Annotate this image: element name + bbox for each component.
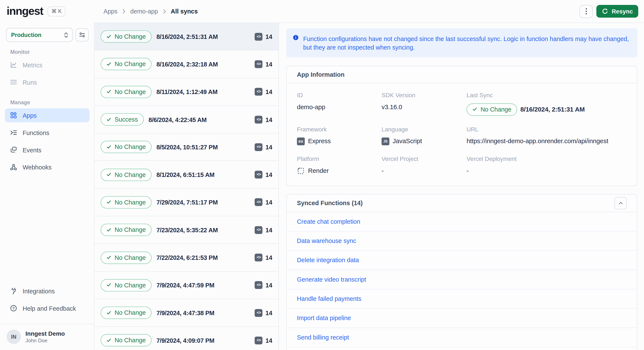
sync-list-item[interactable]: No Change 7/29/2024, 7:51:17 PM <>14: [94, 189, 278, 216]
help-icon: ?: [10, 305, 17, 312]
function-row[interactable]: Handle failed payments: [287, 289, 637, 308]
sidebar: inngest ⌘ K Production Monitor Metrics R…: [0, 0, 94, 350]
function-link[interactable]: Create chat completion: [297, 218, 360, 225]
sync-timestamp: 7/9/2024, 4:47:59 PM: [156, 282, 214, 289]
sync-list-item[interactable]: No Change 7/9/2024, 4:09:07 PM <>14: [94, 327, 278, 350]
sync-list-item[interactable]: No Change 7/23/2024, 5:35:22 AM <>14: [94, 216, 278, 244]
field-framework: Framework exExpress: [297, 126, 382, 145]
command-k-shortcut[interactable]: ⌘ K: [48, 6, 66, 16]
field-platform: Platform Render: [297, 155, 382, 175]
synced-functions-card: Synced Functions (14) Create chat comple…: [286, 194, 637, 350]
code-icon: <>: [255, 33, 262, 40]
sidebar-item-functions[interactable]: Functions: [5, 126, 90, 140]
function-row[interactable]: Data warehouse sync: [287, 231, 637, 251]
resync-button[interactable]: Resync: [596, 5, 638, 18]
sync-list-item[interactable]: No Change 8/1/2024, 6:51:15 AM <>14: [94, 161, 278, 189]
function-link[interactable]: Generate video transcript: [297, 276, 366, 283]
chevrons-up-down-icon: [64, 32, 69, 38]
user-profile[interactable]: IN Inngest Demo John Doe: [0, 324, 94, 350]
function-link[interactable]: Delete integration data: [297, 257, 359, 264]
sync-status-badge: No Change: [101, 30, 152, 43]
sync-status-badge: No Change: [101, 334, 152, 347]
sync-status-badge: No Change: [101, 58, 152, 70]
info-banner-text: Function configurations have not changed…: [303, 34, 631, 52]
function-link[interactable]: Send billing receipt: [297, 334, 349, 341]
sidebar-item-webhooks[interactable]: Webhooks: [5, 160, 90, 174]
collapse-button[interactable]: [614, 197, 627, 209]
function-count: 14: [266, 227, 272, 234]
sync-timestamp: 8/6/2024, 4:22:45 AM: [148, 116, 207, 123]
breadcrumb-demo-app[interactable]: demo-app: [130, 8, 158, 15]
sync-list-item[interactable]: No Change 7/9/2024, 4:47:59 PM <>14: [94, 272, 278, 299]
field-sdk-version: SDK Version v3.16.0: [382, 92, 467, 116]
function-row[interactable]: Import data pipeline: [287, 309, 637, 328]
functions-icon: [10, 129, 17, 136]
sync-list-item[interactable]: Success 8/6/2024, 4:22:45 AM <>14: [94, 106, 278, 133]
app-window: inngest ⌘ K Production Monitor Metrics R…: [0, 0, 644, 350]
last-sync-time: 8/16/2024, 2:51:31 AM: [520, 106, 585, 113]
field-language: Language JSJavaScript: [382, 126, 467, 145]
sidebar-item-label: Metrics: [23, 61, 42, 68]
sync-timestamp: 7/22/2024, 6:21:53 PM: [156, 254, 218, 261]
sync-timestamp: 8/16/2024, 2:32:18 AM: [156, 61, 218, 68]
inngest-logo[interactable]: inngest: [7, 5, 43, 18]
function-link[interactable]: Data warehouse sync: [297, 237, 356, 244]
sync-status-badge: No Change: [101, 279, 152, 292]
field-id: ID demo-app: [297, 92, 382, 116]
code-icon: <>: [255, 199, 262, 206]
sidebar-item-events[interactable]: Events: [5, 143, 90, 157]
function-count: 14: [266, 33, 272, 40]
synced-functions-title: Synced Functions (14): [297, 200, 362, 207]
more-options-button[interactable]: [580, 5, 593, 18]
sync-timestamp: 8/5/2024, 10:51:27 PM: [156, 144, 218, 151]
events-icon: [10, 146, 17, 154]
breadcrumb-apps[interactable]: Apps: [104, 8, 118, 15]
last-sync-status-badge: No Change: [466, 103, 517, 116]
sync-list-item[interactable]: No Change 8/16/2024, 2:32:18 AM <>14: [94, 51, 278, 78]
render-icon: [297, 167, 305, 175]
kebab-icon: [586, 8, 587, 14]
sidebar-item-help[interactable]: ? Help and Feedback: [5, 301, 90, 315]
chevron-right-icon: [162, 9, 166, 14]
express-icon: ex: [297, 137, 305, 145]
sidebar-item-label: Functions: [23, 129, 50, 136]
sync-list-item[interactable]: No Change 7/9/2024, 4:47:38 PM <>14: [94, 299, 278, 327]
chevron-up-icon: [618, 201, 623, 205]
code-icon: <>: [255, 143, 262, 151]
function-row[interactable]: Send billing receipt: [287, 328, 637, 347]
environment-selector[interactable]: Production: [6, 28, 73, 42]
sync-status-badge: No Change: [101, 252, 152, 264]
function-link[interactable]: Import data pipeline: [297, 315, 351, 322]
sidebar-item-integrations[interactable]: Integrations: [5, 284, 90, 298]
sidebar-item-label: Runs: [23, 79, 37, 86]
sync-status-badge: No Change: [101, 307, 152, 319]
sync-timestamp: 8/16/2024, 2:51:31 AM: [156, 33, 218, 40]
function-row[interactable]: Generate video transcript: [287, 270, 637, 289]
sync-list-item[interactable]: No Change 8/5/2024, 10:51:27 PM <>14: [94, 134, 278, 161]
sync-list-item[interactable]: No Change 8/16/2024, 2:51:31 AM <>14: [94, 23, 278, 51]
code-icon: <>: [255, 116, 262, 123]
sidebar-item-runs[interactable]: Runs: [5, 75, 90, 89]
function-link[interactable]: Handle failed payments: [297, 295, 361, 302]
sidebar-item-label: Help and Feedback: [23, 305, 76, 312]
sidebar-item-apps[interactable]: Apps: [5, 108, 90, 122]
sidebar-item-label: Events: [23, 146, 42, 153]
avatar: IN: [7, 330, 21, 344]
sync-timestamp: 8/1/2024, 6:51:15 AM: [156, 171, 215, 178]
webhooks-icon: [10, 163, 17, 171]
function-row[interactable]: Delete integration data: [287, 251, 637, 270]
sync-list-item[interactable]: No Change 7/22/2024, 6:21:53 PM <>14: [94, 244, 278, 272]
function-count: 14: [266, 144, 272, 151]
field-last-sync: Last Sync No Change 8/16/2024, 2:51:31 A…: [466, 92, 627, 116]
nav-section-manage: Manage: [10, 99, 94, 106]
sync-list-item[interactable]: No Change 8/11/2024, 1:12:49 AM <>14: [94, 78, 278, 106]
function-count: 14: [266, 61, 272, 68]
check-icon: [106, 34, 112, 39]
sidebar-item-metrics[interactable]: Metrics: [5, 58, 90, 72]
function-count: 14: [266, 171, 272, 178]
sidebar-item-label: Integrations: [23, 288, 55, 295]
check-icon: [106, 200, 112, 205]
environment-settings-button[interactable]: [76, 28, 88, 41]
function-row[interactable]: Create chat completion: [287, 212, 637, 231]
function-count: 14: [266, 337, 272, 344]
